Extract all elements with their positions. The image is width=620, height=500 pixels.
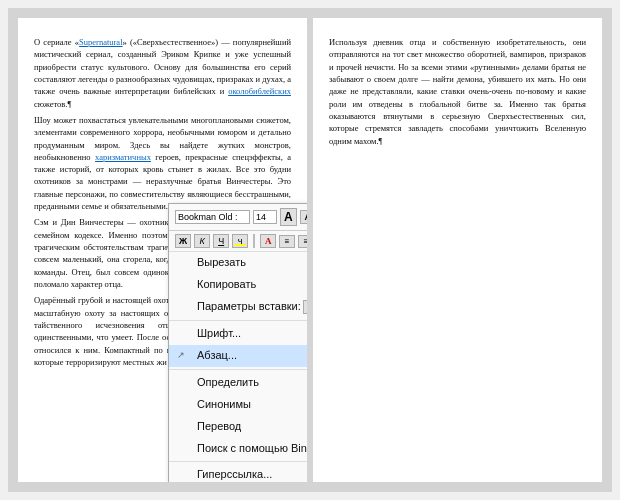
menu-item-paste-params[interactable]: Параметры вставки: A A A (169, 296, 307, 318)
paste-icon-1[interactable]: A (303, 300, 307, 314)
decrease-indent-button[interactable]: ≡ (279, 235, 295, 248)
font-grow-button[interactable]: A (280, 208, 297, 226)
menu-item-paragraph[interactable]: Абзац... ↗ (169, 345, 307, 367)
left-para2: Шоу может похвастаться увлекательными мн… (34, 114, 291, 213)
cut-label: Вырезать (197, 255, 307, 271)
increase-indent-button[interactable]: ≡ (298, 235, 307, 248)
paragraph-label: Абзац... (197, 348, 307, 364)
paragraph-arrow: ↗ (177, 349, 185, 362)
format-toolbar-row1: A A A A (169, 204, 307, 231)
context-menu: A A A A Ж К Ч ч А ≡ (168, 203, 307, 482)
font-shrink-button[interactable]: A (300, 210, 307, 224)
link-bible[interactable]: околобиблейских (228, 86, 291, 96)
menu-item-hyperlink[interactable]: Гиперссылка... (169, 464, 307, 482)
format-toolbar-row2: Ж К Ч ч А ≡ ≡ Стили (169, 231, 307, 252)
paste-params-label: Параметры вставки: (197, 299, 303, 315)
font-size-select[interactable] (253, 210, 277, 224)
bold-button[interactable]: Ж (175, 234, 191, 248)
define-label: Определить (197, 375, 307, 391)
italic-button[interactable]: К (194, 234, 210, 248)
font-label: Шрифт... (197, 326, 307, 342)
hyperlink-label: Гиперссылка... (197, 467, 307, 482)
synonyms-label: Синонимы (197, 397, 307, 413)
font-select[interactable] (175, 210, 250, 224)
menu-item-synonyms[interactable]: Синонимы ▶ (169, 394, 307, 416)
copy-label: Копировать (197, 277, 307, 293)
document-area: О сериале «Supernatural» («Сверхъестеств… (8, 8, 612, 492)
menu-item-cut[interactable]: Вырезать (169, 252, 307, 274)
right-para1: Используя дневник отца и собственную изо… (329, 36, 586, 147)
highlight-button[interactable]: ч (232, 234, 248, 248)
word-window: О сериале «Supernatural» («Сверхъестеств… (0, 0, 620, 500)
separator-3 (169, 461, 307, 462)
paste-icons: A A A (303, 300, 307, 314)
link-charisma[interactable]: харизматичных (95, 152, 151, 162)
page-left: О сериале «Supernatural» («Сверхъестеств… (18, 18, 307, 482)
page-right: Используя дневник отца и собственную изо… (313, 18, 602, 482)
font-color-btn2[interactable]: А (260, 234, 276, 248)
menu-item-font[interactable]: Шрифт... (169, 323, 307, 345)
left-para1: О сериале «Supernatural» («Сверхъестеств… (34, 36, 291, 110)
menu-item-translate[interactable]: Перевод (169, 416, 307, 438)
bing-label: Поиск с помощью Bing (197, 441, 307, 457)
link-supernatural[interactable]: Supernatural (79, 37, 122, 47)
separator-2 (169, 369, 307, 370)
translate-label: Перевод (197, 419, 307, 435)
menu-item-define[interactable]: Определить (169, 372, 307, 394)
underline-button[interactable]: Ч (213, 234, 229, 248)
separator-1 (169, 320, 307, 321)
menu-item-copy[interactable]: Копировать (169, 274, 307, 296)
menu-item-bing[interactable]: Поиск с помощью Bing (169, 438, 307, 460)
